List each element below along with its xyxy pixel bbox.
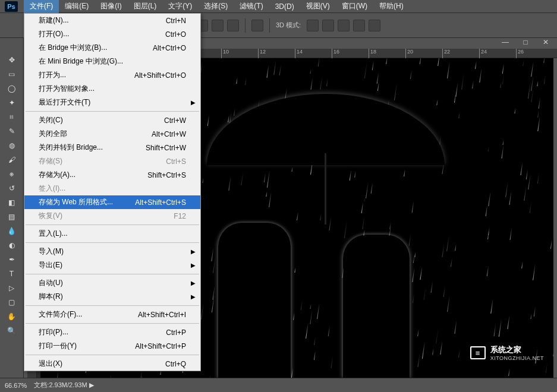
menu-entry[interactable]: 打印(P)...Ctrl+P bbox=[24, 325, 200, 339]
menu-entry[interactable]: 存储为(A)...Shift+Ctrl+S bbox=[24, 168, 200, 182]
mode-3d-icon[interactable] bbox=[369, 20, 380, 31]
menu-entry[interactable]: 打开为智能对象... bbox=[24, 82, 200, 96]
window-controls: — □ ✕ bbox=[500, 38, 551, 46]
menu-item-1[interactable]: 编辑(E) bbox=[59, 0, 95, 13]
magic-wand-tool[interactable]: ✦ bbox=[5, 96, 19, 109]
zoom-tool[interactable]: 🔍 bbox=[5, 324, 19, 337]
type-tool[interactable]: T bbox=[5, 267, 19, 280]
marquee-tool[interactable]: ▭ bbox=[5, 68, 19, 81]
doc-info[interactable]: 文档:2.93M/2.93M ▶ bbox=[34, 381, 93, 390]
menu-item-6[interactable]: 滤镜(T) bbox=[234, 0, 269, 13]
mode-3d-icon[interactable] bbox=[307, 20, 319, 31]
menu-entry[interactable]: 导出(E)▶ bbox=[24, 258, 200, 272]
ruler-tick: 12 bbox=[258, 49, 266, 58]
menu-entry[interactable]: 置入(L)... bbox=[24, 227, 200, 241]
menu-separator bbox=[26, 305, 199, 306]
menu-item-4[interactable]: 文字(Y) bbox=[162, 0, 198, 13]
menu-entry[interactable]: 关闭并转到 Bridge...Shift+Ctrl+W bbox=[24, 141, 200, 154]
ruler-tick: 10 bbox=[221, 49, 229, 58]
menu-item-7[interactable]: 3D(D) bbox=[269, 1, 300, 12]
menu-entry-label: 恢复(V) bbox=[39, 211, 62, 221]
submenu-arrow-icon: ▶ bbox=[191, 262, 196, 268]
menu-item-10[interactable]: 帮助(H) bbox=[373, 0, 410, 13]
submenu-arrow-icon: ▶ bbox=[191, 293, 196, 300]
menu-entry-shortcut: Alt+Ctrl+O bbox=[153, 44, 186, 52]
menu-item-0[interactable]: 文件(F) bbox=[24, 0, 59, 13]
tools-panel: ✥ ▭ ◯ ✦ ⌗ ✎ ◍ 🖌 ⎈ ↺ ◧ ▤ 💧 ◐ ✒ T ▷ ▢ ✋ 🔍 bbox=[0, 38, 24, 378]
menu-entry-shortcut: Ctrl+N bbox=[166, 17, 186, 25]
mode-3d-icon[interactable] bbox=[353, 20, 365, 31]
move-tool[interactable]: ✥ bbox=[5, 53, 19, 67]
distribute-icon[interactable] bbox=[227, 20, 239, 31]
eraser-tool[interactable]: ◧ bbox=[5, 196, 19, 209]
hand-tool[interactable]: ✋ bbox=[5, 310, 19, 323]
menu-item-9[interactable]: 窗口(W) bbox=[336, 0, 373, 13]
menu-entry-label: 关闭(C) bbox=[39, 115, 63, 125]
distribute-icon[interactable] bbox=[212, 20, 224, 31]
menu-entry-shortcut: Ctrl+Q bbox=[165, 360, 186, 368]
blur-tool[interactable]: 💧 bbox=[5, 225, 19, 238]
maximize-button[interactable]: □ bbox=[520, 38, 531, 46]
mode-label: 3D 模式: bbox=[276, 21, 301, 30]
menu-entry-label: 在 Bridge 中浏览(B)... bbox=[39, 43, 107, 53]
brush-tool[interactable]: 🖌 bbox=[5, 153, 19, 166]
menu-item-3[interactable]: 图层(L) bbox=[128, 0, 163, 13]
menu-entry[interactable]: 打开为...Alt+Shift+Ctrl+O bbox=[24, 68, 200, 82]
zoom-level[interactable]: 66.67% bbox=[5, 382, 27, 389]
menu-entry[interactable]: 新建(N)...Ctrl+N bbox=[24, 14, 200, 27]
healing-brush-tool[interactable]: ◍ bbox=[5, 139, 19, 152]
menu-entry[interactable]: 打印一份(Y)Alt+Shift+Ctrl+P bbox=[24, 339, 200, 353]
menu-entry-label: 最近打开文件(T) bbox=[39, 97, 90, 108]
auto-align-icon[interactable] bbox=[251, 20, 263, 31]
menu-item-8[interactable]: 视图(V) bbox=[300, 0, 336, 13]
ruler-tick: 26 bbox=[516, 49, 524, 58]
lasso-tool[interactable]: ◯ bbox=[5, 82, 19, 95]
history-brush-tool[interactable]: ↺ bbox=[5, 182, 19, 195]
menu-entry[interactable]: 退出(X)Ctrl+Q bbox=[24, 357, 200, 371]
menu-entry-shortcut: Alt+Shift+Ctrl+I bbox=[138, 311, 186, 319]
menu-entry[interactable]: 打开(O)...Ctrl+O bbox=[24, 27, 200, 41]
mode-3d-icon[interactable] bbox=[338, 20, 350, 31]
menu-entry[interactable]: 关闭全部Alt+Ctrl+W bbox=[24, 127, 200, 141]
shape-tool[interactable]: ▢ bbox=[5, 296, 19, 309]
menu-entry[interactable]: 导入(M)▶ bbox=[24, 245, 200, 258]
path-selection-tool[interactable]: ▷ bbox=[5, 282, 19, 295]
menu-entry[interactable]: 脚本(R)▶ bbox=[24, 290, 200, 304]
menu-entry-label: 新建(N)... bbox=[39, 15, 69, 26]
menu-entry[interactable]: 在 Bridge 中浏览(B)...Alt+Ctrl+O bbox=[24, 41, 200, 55]
menu-entry-label: 导出(E) bbox=[39, 260, 62, 270]
watermark-logo-icon: ≡ bbox=[470, 346, 486, 359]
menu-entry[interactable]: 关闭(C)Ctrl+W bbox=[24, 113, 200, 127]
menu-entry[interactable]: 文件简介(F)...Alt+Shift+Ctrl+I bbox=[24, 308, 200, 321]
menu-entry-label: 脚本(R) bbox=[39, 292, 63, 302]
menu-entry-label: 打开为... bbox=[39, 70, 66, 80]
menu-entry-label: 存储为 Web 所用格式... bbox=[39, 197, 113, 207]
gradient-tool[interactable]: ▤ bbox=[5, 210, 19, 223]
menu-entry-shortcut: Ctrl+P bbox=[166, 328, 186, 337]
eyedropper-tool[interactable]: ✎ bbox=[5, 125, 19, 138]
dodge-tool[interactable]: ◐ bbox=[5, 239, 19, 252]
menu-entry-label: 存储为(A)... bbox=[39, 170, 75, 180]
mode-3d-icon[interactable] bbox=[322, 20, 334, 31]
menu-entry-shortcut: Alt+Shift+Ctrl+O bbox=[134, 71, 186, 80]
menu-entry-shortcut: F12 bbox=[174, 212, 186, 220]
menu-separator bbox=[26, 323, 199, 324]
stamp-tool[interactable]: ⎈ bbox=[5, 167, 19, 181]
menu-item-5[interactable]: 选择(S) bbox=[198, 0, 234, 13]
crop-tool[interactable]: ⌗ bbox=[5, 110, 19, 124]
menu-item-2[interactable]: 图像(I) bbox=[95, 0, 127, 13]
menu-entry-label: 签入(I)... bbox=[39, 184, 65, 194]
close-button[interactable]: ✕ bbox=[540, 38, 551, 46]
menu-entry[interactable]: 最近打开文件(T)▶ bbox=[24, 96, 200, 109]
menu-entry: 恢复(V)F12 bbox=[24, 209, 200, 223]
ruler-tick: 22 bbox=[442, 49, 450, 58]
menu-entry[interactable]: 存储为 Web 所用格式...Alt+Shift+Ctrl+S bbox=[24, 195, 200, 209]
menu-separator bbox=[26, 242, 199, 243]
minimize-button[interactable]: — bbox=[500, 38, 511, 46]
menu-entry[interactable]: 在 Mini Bridge 中浏览(G)... bbox=[24, 55, 200, 68]
watermark: ≡ 系统之家 XITONGZHIJIA.NET bbox=[470, 344, 544, 361]
menu-entry-shortcut: Ctrl+S bbox=[166, 157, 186, 166]
menu-entry[interactable]: 自动(U)▶ bbox=[24, 276, 200, 290]
pen-tool[interactable]: ✒ bbox=[5, 253, 19, 266]
submenu-arrow-icon: ▶ bbox=[191, 280, 196, 286]
